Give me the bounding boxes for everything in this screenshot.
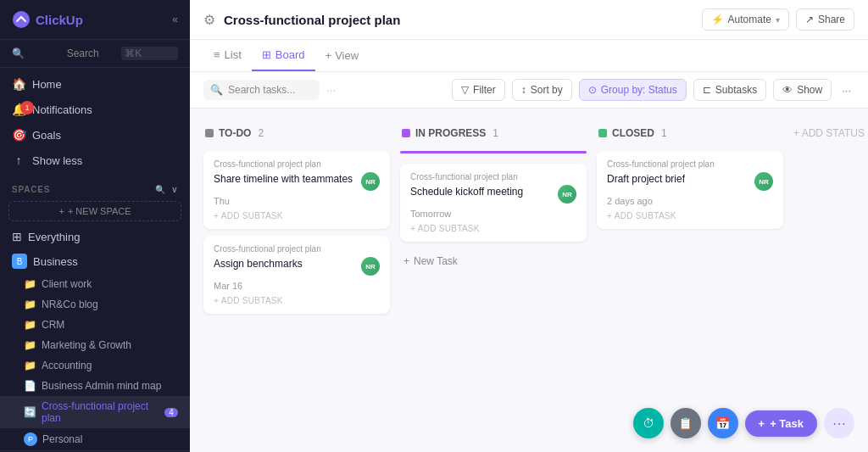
tab-board[interactable]: ⊞ Board [252, 40, 315, 71]
sidebar-item-everything[interactable]: ⊞ Everything [0, 225, 190, 248]
add-subtask-button[interactable]: + ADD SUBTASK [214, 296, 380, 305]
project-icon: 🔄 [24, 406, 36, 418]
sidebar-item-cross-functional[interactable]: 🔄 Cross-functional project plan 4 [0, 396, 190, 428]
personal-label: Personal [42, 433, 82, 445]
task-search-box[interactable]: 🔍 Search tasks... [203, 80, 320, 100]
task-fab-label: + Task [770, 417, 804, 430]
search-more-icon[interactable]: ··· [326, 83, 337, 97]
task-card-kickoff[interactable]: Cross-functional project plan Schedule k… [400, 164, 587, 242]
board-tab-label: Board [275, 48, 305, 61]
task-card-project-brief[interactable]: Cross-functional project plan Draft proj… [597, 151, 783, 229]
add-status-column[interactable]: + ADD STATUS [793, 122, 868, 438]
fab-area: ⏱ 📋 📅 + + Task ⋯ [633, 408, 854, 438]
task-assignee-avatar: NR [361, 257, 380, 276]
board-tab-icon: ⊞ [262, 48, 271, 61]
column-closed-header: CLOSED 1 [597, 122, 783, 144]
inprogress-column-bar [400, 151, 587, 153]
notepad-icon: 📋 [678, 416, 693, 430]
closed-status-dot [598, 129, 607, 137]
crm-label: CRM [42, 319, 64, 331]
add-subtask-button[interactable]: + ADD SUBTASK [607, 211, 773, 220]
notifications-badge: 1 [20, 101, 34, 114]
task-due-date: Thu [214, 196, 380, 206]
sidebar-item-show-less[interactable]: ↑ Show less [0, 148, 190, 173]
spaces-header-icons[interactable]: 🔍 ∨ [155, 185, 178, 194]
todo-title: TO-DO [219, 127, 251, 139]
task-title: Assign benchmarks [214, 257, 303, 271]
new-space-button[interactable]: + + NEW SPACE [8, 201, 181, 221]
group-icon: ⊙ [588, 84, 597, 96]
board-toolbar: 🔍 Search tasks... ··· ▽ Filter ↕ Sort by… [190, 72, 868, 109]
sidebar-item-business[interactable]: B Business [0, 248, 190, 274]
sidebar-item-notifications[interactable]: 🔔 1 Notifications [0, 97, 190, 122]
show-button[interactable]: 👁 Show [773, 79, 832, 101]
board-area: TO-DO 2 Cross-functional project plan Sh… [190, 109, 868, 452]
column-inprogress: IN PROGRESS 1 Cross-functional project p… [400, 122, 587, 438]
task-assignee-avatar: NR [754, 172, 773, 191]
new-task-label: New Task [414, 255, 458, 267]
lightning-icon: ⚡ [711, 14, 724, 25]
task-project-label: Cross-functional project plan [607, 159, 773, 169]
sidebar-search[interactable]: 🔍 Search ⌘K [0, 40, 190, 68]
list-tab-label: List [225, 48, 242, 61]
spaces-label: SPACES [12, 185, 50, 194]
clickup-logo-icon [12, 10, 31, 29]
doc-icon: 📄 [24, 380, 36, 392]
column-inprogress-header: IN PROGRESS 1 [400, 122, 587, 144]
more-fabs-button[interactable]: ⋯ [824, 408, 854, 438]
tab-list[interactable]: ≡ List [203, 40, 252, 71]
group-by-button[interactable]: ⊙ Group by: Status [579, 79, 687, 101]
notepad-fab[interactable]: 📋 [670, 408, 701, 438]
collapse-spaces-icon[interactable]: ∨ [171, 185, 178, 194]
add-subtask-button[interactable]: + ADD SUBTASK [410, 224, 576, 233]
subtasks-button[interactable]: ⊏ Subtasks [693, 79, 766, 101]
task-card-assign-benchmarks[interactable]: Cross-functional project plan Assign ben… [203, 236, 390, 314]
show-less-icon: ↑ [12, 153, 25, 167]
calendar-icon: 📅 [715, 416, 730, 430]
share-label: Share [818, 14, 845, 25]
new-space-label: + NEW SPACE [68, 206, 131, 216]
task-title-row: Assign benchmarks NR [214, 257, 380, 276]
sidebar-item-crm[interactable]: 📁 CRM [0, 315, 190, 335]
share-button[interactable]: ↗ Share [796, 8, 854, 31]
sidebar-item-marketing-growth[interactable]: 📁 Marketing & Growth [0, 335, 190, 355]
cross-functional-count: 4 [164, 408, 178, 417]
sidebar-item-accounting[interactable]: 📁 Accounting [0, 355, 190, 376]
business-label: Business [33, 255, 78, 268]
tab-add-view[interactable]: + View [315, 41, 370, 70]
timer-fab[interactable]: ⏱ [633, 408, 664, 438]
search-spaces-icon[interactable]: 🔍 [155, 185, 166, 194]
task-card-share-timeline[interactable]: Cross-functional project plan Share time… [203, 151, 390, 229]
sidebar-item-client-work[interactable]: 📁 Client work [0, 274, 190, 294]
task-title: Share timeline with teammates [214, 172, 353, 187]
sort-label: Sort by [531, 84, 563, 96]
task-project-label: Cross-functional project plan [410, 172, 576, 181]
automate-button[interactable]: ⚡ Automate ▾ [702, 8, 789, 31]
sidebar-item-home-label: Home [32, 78, 62, 91]
logo[interactable]: ClickUp [12, 10, 83, 29]
task-project-label: Cross-functional project plan [214, 159, 380, 169]
sidebar-item-personal[interactable]: P Personal [0, 428, 190, 450]
toolbar-more-icon[interactable]: ··· [838, 81, 854, 100]
home-icon: 🏠 [12, 77, 25, 91]
add-status-label[interactable]: + ADD STATUS [793, 127, 865, 139]
sidebar-item-nrco-blog[interactable]: 📁 NR&Co blog [0, 294, 190, 315]
filter-button[interactable]: ▽ Filter [452, 79, 505, 101]
sidebar-header: ClickUp « [0, 0, 190, 40]
task-due-date: Tomorrow [410, 209, 576, 219]
accounting-label: Accounting [42, 360, 92, 371]
calendar-fab[interactable]: 📅 [708, 408, 738, 438]
folder-icon: 📁 [24, 360, 36, 371]
collapse-sidebar-button[interactable]: « [172, 14, 178, 25]
add-task-fab[interactable]: + + Task [745, 410, 817, 437]
add-subtask-button[interactable]: + ADD SUBTASK [214, 211, 380, 220]
logo-text: ClickUp [36, 13, 83, 27]
sidebar-item-goals[interactable]: 🎯 Goals [0, 122, 190, 148]
sidebar-item-home[interactable]: 🏠 Home [0, 71, 190, 97]
folder-icon: 📁 [24, 299, 36, 310]
marketing-growth-label: Marketing & Growth [42, 339, 131, 351]
sidebar-item-business-admin-mind-map[interactable]: 📄 Business Admin mind map [0, 376, 190, 396]
sort-button[interactable]: ↕ Sort by [512, 79, 572, 101]
new-task-button[interactable]: + New Task [400, 248, 587, 274]
inprogress-count: 1 [492, 127, 498, 139]
